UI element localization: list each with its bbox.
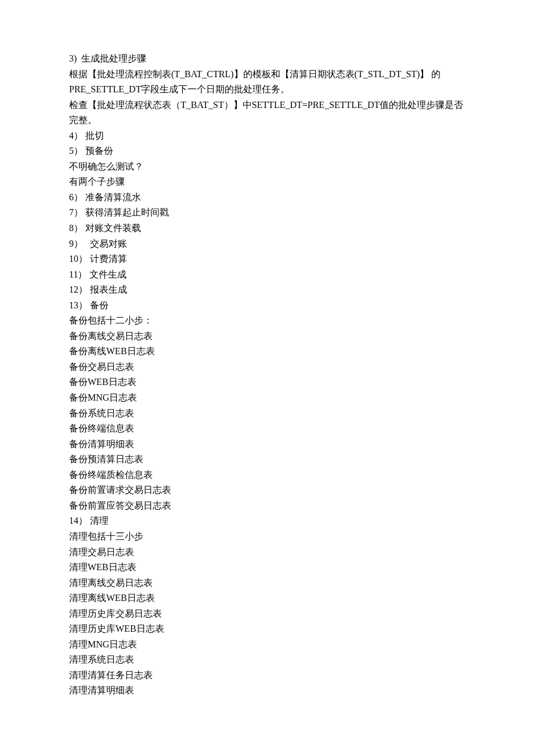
text-line: 备份交易日志表: [69, 359, 470, 375]
text-line: 备份预清算日志表: [69, 452, 470, 467]
text-line: 清理MNG日志表: [69, 637, 470, 653]
text-line: 备份MNG日志表: [69, 390, 470, 406]
text-line: 清理历史库WEB日志表: [69, 621, 470, 637]
text-line: 清理包括十三小步: [69, 529, 470, 545]
text-line: 4） 批切: [69, 128, 470, 144]
text-line: 备份终端信息表: [69, 421, 470, 437]
text-line: 备份离线交易日志表: [69, 329, 470, 344]
text-line: 13） 备份: [69, 298, 470, 314]
text-line: 清理WEB日志表: [69, 560, 470, 575]
text-line: 5） 预备份: [69, 143, 470, 159]
text-line: 清理交易日志表: [69, 545, 470, 560]
text-line: 清理历史库交易日志表: [69, 606, 470, 622]
text-line: 7） 获得清算起止时间戳: [69, 205, 470, 221]
text-line: 清理清算任务日志表: [69, 668, 470, 683]
text-line: 检查【批处理流程状态表（T_BAT_ST）】中SETTLE_DT=PRE_SET…: [69, 98, 470, 128]
text-line: 清理清算明细表: [69, 683, 470, 699]
text-line: 14） 清理: [69, 513, 470, 529]
text-line: 6） 准备清算流水: [69, 190, 470, 206]
text-line: 备份WEB日志表: [69, 375, 470, 390]
text-line: 12） 报表生成: [69, 282, 470, 298]
text-line: 备份终端质检信息表: [69, 467, 470, 483]
text-line: 3) 生成批处理步骤: [69, 51, 470, 67]
text-line: 清理离线交易日志表: [69, 575, 470, 591]
text-line: 8） 对账文件装载: [69, 221, 470, 236]
text-line: 有两个子步骤: [69, 174, 470, 190]
text-line: 根据【批处理流程控制表(T_BAT_CTRL)】的模板和【清算日期状态表(T_S…: [69, 67, 470, 98]
text-line: 备份离线WEB日志表: [69, 344, 470, 359]
text-line: 备份系统日志表: [69, 406, 470, 422]
document-body: 3) 生成批处理步骤 根据【批处理流程控制表(T_BAT_CTRL)】的模板和【…: [69, 51, 470, 699]
text-line: 11） 文件生成: [69, 267, 470, 283]
text-line: 备份前置应答交易日志表: [69, 498, 470, 514]
text-line: 清理系统日志表: [69, 652, 470, 668]
text-line: 备份包括十二小步：: [69, 313, 470, 329]
text-line: 9） 交易对账: [69, 236, 470, 252]
text-line: 备份清算明细表: [69, 437, 470, 452]
text-line: 清理离线WEB日志表: [69, 591, 470, 606]
text-line: 不明确怎么测试？: [69, 159, 470, 175]
text-line: 10） 计费清算: [69, 251, 470, 267]
text-line: 备份前置请求交易日志表: [69, 483, 470, 498]
